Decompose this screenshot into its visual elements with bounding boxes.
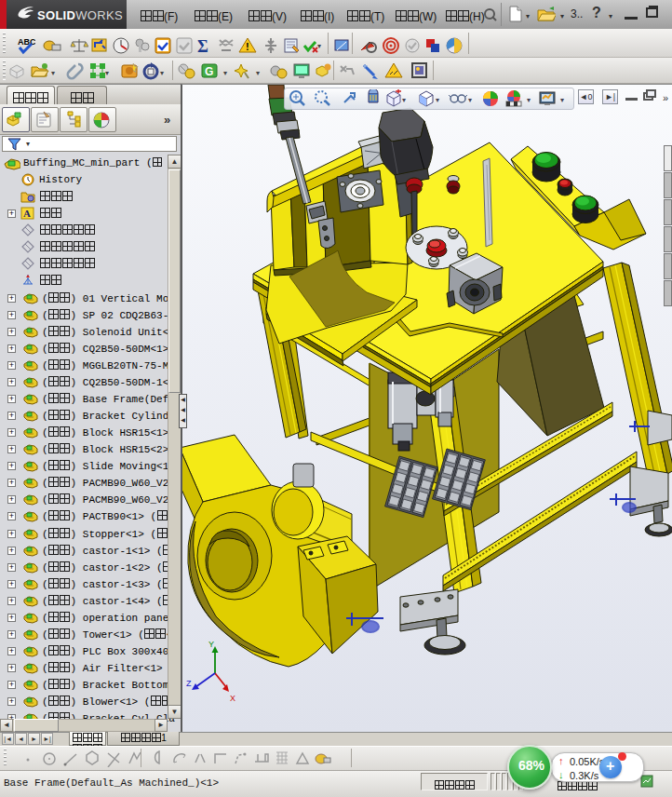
svg-text:!: ! — [246, 41, 249, 52]
svg-text:A: A — [23, 208, 31, 219]
svg-text:G: G — [205, 65, 213, 78]
svg-text:SOLIDWORKS: SOLIDWORKS — [37, 8, 123, 22]
svg-text:X: X — [230, 694, 235, 703]
svg-text:Y: Y — [208, 640, 214, 649]
svg-text:Σ: Σ — [197, 37, 208, 55]
svg-text:ABC: ABC — [18, 37, 35, 47]
svg-text:Z: Z — [186, 679, 192, 688]
